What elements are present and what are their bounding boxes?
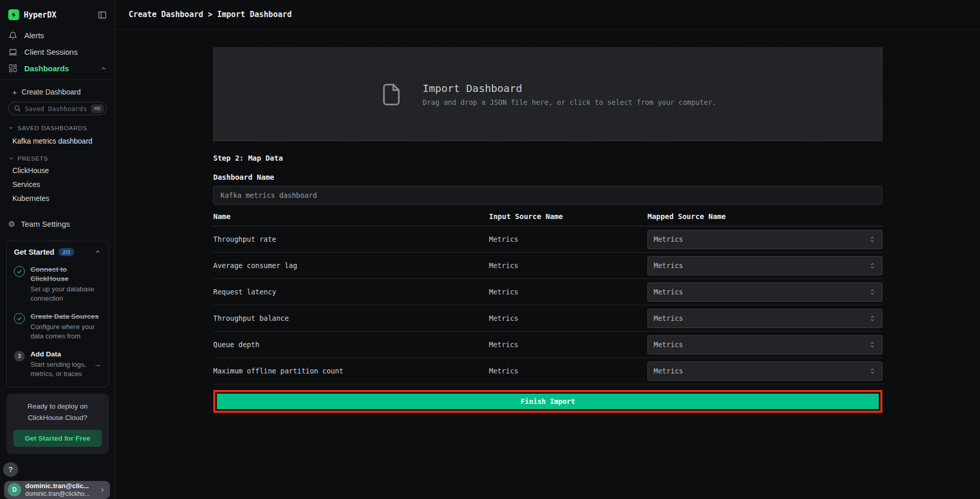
file-icon <box>380 80 403 109</box>
user-email: dominic.tran@clickho... <box>25 490 95 498</box>
mapped-source-value: Metrics <box>654 367 868 375</box>
progress-badge: 2/3 <box>58 248 74 256</box>
topbar: Create Dashboard>Import Dashboard <box>116 0 980 29</box>
mapped-source-select[interactable]: Metrics <box>647 309 882 328</box>
check-circle-icon <box>14 265 25 303</box>
import-dashboard-content: Import Dashboard Drag and drop a JSON fi… <box>213 48 882 413</box>
table-header-row: Name Input Source Name Mapped Source Nam… <box>213 212 882 226</box>
row-name: Average consumer lag <box>213 261 489 270</box>
get-started-step-sources[interactable]: Create Data Sources Configure where your… <box>14 312 101 341</box>
chevron-up-icon[interactable] <box>100 65 107 72</box>
row-input-source: Metrics <box>489 314 647 322</box>
chevron-up-icon[interactable] <box>94 248 101 255</box>
table-body: Throughput rate Metrics Metrics Average … <box>213 226 882 384</box>
saved-dashboards-search-input[interactable]: Saved Dashboards ⌘K <box>8 102 107 115</box>
column-header-name: Name <box>213 212 489 221</box>
user-name: dominic.tran@clic... <box>25 482 95 490</box>
sidebar-item-label: Dashboards <box>24 64 69 73</box>
get-started-step-connect[interactable]: Connect to ClickHouse Set up your databa… <box>14 265 101 303</box>
step-title: Add Data <box>30 350 88 359</box>
saved-dashboards-section-toggle[interactable]: SAVED DASHBOARDS <box>8 123 107 132</box>
row-name: Maximum offline partition count <box>213 367 489 375</box>
mapping-table: Name Input Source Name Mapped Source Nam… <box>213 212 882 384</box>
section-title: SAVED DASHBOARDS <box>18 125 87 131</box>
sidebar-item-client-sessions[interactable]: Client Sessions <box>0 44 115 60</box>
table-row: Maximum offline partition count Metrics … <box>213 358 882 384</box>
finish-import-button[interactable]: Finish Import <box>217 394 879 409</box>
clickhouse-cloud-card: Ready to deploy on ClickHouse Cloud? Get… <box>6 394 109 455</box>
sidebar-item-label: Client Sessions <box>24 48 77 56</box>
search-icon <box>14 105 21 112</box>
dropzone-subtitle: Drag and drop a JSON file here, or click… <box>423 98 717 106</box>
step-title: Connect to ClickHouse <box>30 265 101 284</box>
mapped-source-select[interactable]: Metrics <box>647 283 882 302</box>
mapped-source-select[interactable]: Metrics <box>647 230 882 249</box>
unfold-icon <box>868 341 876 349</box>
presets-section-toggle[interactable]: PRESETS <box>8 154 107 163</box>
dropzone-title: Import Dashboard <box>423 82 717 95</box>
laptop-icon <box>8 48 18 57</box>
mapped-source-value: Metrics <box>654 261 868 270</box>
mapped-source-select[interactable]: Metrics <box>647 362 882 381</box>
preset-item-kubernetes[interactable]: Kubernetes <box>12 192 107 205</box>
hyperdx-logo-icon <box>8 9 19 20</box>
unfold-icon <box>868 288 876 296</box>
row-input-source: Metrics <box>489 235 647 243</box>
table-row: Throughput balance Metrics Metrics <box>213 305 882 332</box>
step-desc: Configure where your data comes from <box>30 322 101 341</box>
dashboards-icon <box>8 64 18 73</box>
gear-icon: ⚙ <box>8 220 15 228</box>
arrow-right-icon: → <box>93 360 101 368</box>
step-title: Step 2: Map Data <box>213 154 882 162</box>
help-button[interactable]: ? <box>3 462 18 476</box>
chevron-down-icon <box>8 155 14 161</box>
search-placeholder: Saved Dashboards <box>25 105 87 113</box>
file-dropzone[interactable]: Import Dashboard Drag and drop a JSON fi… <box>213 48 882 141</box>
sidebar-item-label: Alerts <box>24 31 44 40</box>
team-settings-button[interactable]: ⚙ Team Settings <box>8 217 107 231</box>
breadcrumb-import-dashboard: Import Dashboard <box>217 10 292 19</box>
user-menu[interactable]: D dominic.tran@clic... dominic.tran@clic… <box>4 481 110 499</box>
sidebar-item-alerts[interactable]: Alerts <box>0 27 115 44</box>
team-settings-label: Team Settings <box>21 220 70 228</box>
mapped-source-select[interactable]: Metrics <box>647 335 882 354</box>
row-name: Throughput rate <box>213 235 489 243</box>
unfold-icon <box>868 315 876 322</box>
saved-dashboard-item[interactable]: Kafka metrics dashboard <box>12 135 107 147</box>
row-name: Request latency <box>213 288 489 296</box>
check-circle-icon <box>14 312 25 341</box>
create-dashboard-label: Create Dashboard <box>22 88 81 96</box>
get-started-title: Get Started <box>14 248 54 256</box>
row-input-source: Metrics <box>489 288 647 296</box>
get-started-step-add-data[interactable]: 3 Add Data Start sending logs, metrics, … <box>14 350 101 379</box>
step-title: Create Data Sources <box>30 312 101 321</box>
mapped-source-value: Metrics <box>654 288 868 296</box>
sidebar-collapse-icon[interactable] <box>98 10 107 20</box>
get-started-header[interactable]: Get Started 2/3 <box>14 248 101 256</box>
mapped-source-select[interactable]: Metrics <box>647 256 882 275</box>
avatar: D <box>8 483 21 496</box>
preset-item-clickhouse[interactable]: ClickHouse <box>12 164 107 177</box>
main-area: Create Dashboard>Import Dashboard Import… <box>116 0 980 499</box>
section-title: PRESETS <box>18 155 48 162</box>
sidebar-item-dashboards[interactable]: Dashboards <box>0 60 115 76</box>
app-logo-row: HyperDX <box>0 0 115 27</box>
dashboard-name-input[interactable] <box>213 186 882 205</box>
plus-icon: + <box>12 88 17 97</box>
table-row: Average consumer lag Metrics Metrics <box>213 253 882 279</box>
dashboard-name-label: Dashboard Name <box>213 173 882 181</box>
deploy-text-line2: ClickHouse Cloud? <box>13 412 102 424</box>
breadcrumb-create-dashboard[interactable]: Create Dashboard <box>129 10 203 19</box>
step-number-badge: 3 <box>14 350 25 379</box>
preset-item-services[interactable]: Services <box>12 178 107 191</box>
get-started-card: Get Started 2/3 Connect to ClickHouse Se… <box>6 241 109 387</box>
mapped-source-value: Metrics <box>654 235 868 243</box>
mapped-source-value: Metrics <box>654 340 868 349</box>
annotation-highlight: Finish Import <box>213 390 882 413</box>
search-shortcut-badge: ⌘K <box>91 104 104 113</box>
get-started-free-button[interactable]: Get Started for Free <box>13 430 102 447</box>
create-dashboard-button[interactable]: + Create Dashboard <box>12 85 107 99</box>
row-name: Queue depth <box>213 340 489 349</box>
chevron-down-icon <box>8 125 14 131</box>
bell-icon <box>8 31 18 40</box>
